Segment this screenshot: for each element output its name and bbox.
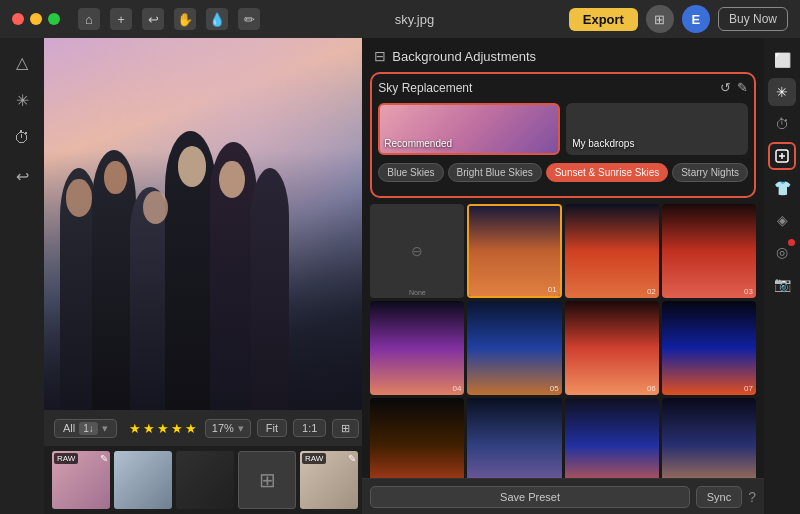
star-1: ★ xyxy=(129,421,141,436)
sky-section-actions: ↺ ✎ xyxy=(720,80,748,95)
sky-number-07: 07 xyxy=(744,384,753,393)
filmstrip-thumb-4[interactable]: ⊞ xyxy=(238,451,296,509)
sky-number-04: 04 xyxy=(453,384,462,393)
raw-badge-2: RAW xyxy=(302,453,326,464)
sky-section-title: Sky Replacement xyxy=(378,81,472,95)
sky-thumb-04[interactable]: 04 xyxy=(370,301,464,395)
edit-sky-button[interactable]: ✎ xyxy=(737,80,748,95)
sky-number-03: 03 xyxy=(744,287,753,296)
sky-thumb-06[interactable]: 06 xyxy=(565,301,659,395)
buy-now-button[interactable]: Buy Now xyxy=(718,7,788,31)
layers-icon[interactable]: △ xyxy=(6,46,38,78)
star-4: ★ xyxy=(171,421,183,436)
recommended-card[interactable]: Recommended xyxy=(378,103,560,155)
filmstrip-thumb-5[interactable]: RAW ✎ xyxy=(300,451,358,509)
far-right-sidebar: ⬜ ✳ ⏱ 👕 ◈ ◎ 📷 xyxy=(764,38,800,514)
reset-button[interactable]: ↺ xyxy=(720,80,731,95)
panel-title: Background Adjustments xyxy=(392,49,536,64)
masking-icon[interactable] xyxy=(768,142,796,170)
my-backdrops-label: My backdrops xyxy=(572,138,634,149)
star-rating[interactable]: ★ ★ ★ ★ ★ xyxy=(129,421,197,436)
sky-thumb-03[interactable]: 03 xyxy=(662,204,756,298)
filmstrip-thumb-2[interactable] xyxy=(114,451,172,509)
category-tabs: Blue Skies Bright Blue Skies Sunset & Su… xyxy=(378,163,748,182)
sky-thumb-11[interactable]: 11 xyxy=(662,398,756,478)
all-filter-button[interactable]: All 1↓ ▾ xyxy=(54,419,117,438)
add-icon[interactable]: + xyxy=(110,8,132,30)
sky-none[interactable]: ⊖ None xyxy=(370,204,464,298)
close-button[interactable] xyxy=(12,13,24,25)
one-to-one-button[interactable]: 1:1 xyxy=(293,419,326,437)
user-avatar[interactable]: E xyxy=(682,5,710,33)
none-icon: ⊖ xyxy=(411,243,423,259)
help-button[interactable]: ? xyxy=(748,489,756,505)
title-bar-left: ⌂ + ↩ ✋ 💧 ✏ xyxy=(12,8,260,30)
sky-thumb-05[interactable]: 05 xyxy=(467,301,561,395)
sky-replacement-section: Sky Replacement ↺ ✎ Recommended My backd… xyxy=(370,72,756,198)
sky-number-01: 01 xyxy=(548,285,557,294)
sky-thumb-08[interactable]: 08 xyxy=(370,398,464,478)
canvas-image xyxy=(44,38,362,410)
sky-thumb-07[interactable]: 07 xyxy=(662,301,756,395)
count-badge: 1↓ xyxy=(79,422,98,435)
sky-thumb-01[interactable]: 01 xyxy=(467,204,561,298)
recommended-label: Recommended xyxy=(384,138,452,149)
hand-tool-icon[interactable]: ✋ xyxy=(174,8,196,30)
red-dot-icon[interactable]: ◎ xyxy=(768,238,796,266)
export-button[interactable]: Export xyxy=(569,8,638,31)
canvas-area: All 1↓ ▾ ★ ★ ★ ★ ★ 17% ▾ Fit 1:1 ⊞ xyxy=(44,38,362,514)
zoom-select[interactable]: 17% ▾ xyxy=(205,419,251,438)
history-icon[interactable]: ⏱ xyxy=(6,122,38,154)
star-icon-panel[interactable]: ◈ xyxy=(768,206,796,234)
maximize-button[interactable] xyxy=(48,13,60,25)
title-bar: ⌂ + ↩ ✋ 💧 ✏ sky.jpg Export ⊞ E Buy Now xyxy=(0,0,800,38)
adjustments-panel-icon[interactable]: ✳ xyxy=(768,78,796,106)
sky-type-cards: Recommended My backdrops xyxy=(378,103,748,155)
camera-icon[interactable]: 📷 xyxy=(768,270,796,298)
cat-tab-sunset[interactable]: Sunset & Sunrise Skies xyxy=(546,163,669,182)
star-2: ★ xyxy=(143,421,155,436)
cat-tab-bright-blue[interactable]: Bright Blue Skies xyxy=(448,163,542,182)
panel-header-icon: ⊟ xyxy=(374,48,386,64)
layers-panel-icon[interactable]: ⬜ xyxy=(768,46,796,74)
zoom-controls: 17% ▾ Fit 1:1 ⊞ xyxy=(205,419,360,438)
toolbar-icons: ⌂ + ↩ ✋ 💧 ✏ xyxy=(78,8,260,30)
undo-icon[interactable]: ↩ xyxy=(142,8,164,30)
filmstrip: RAW ✎ ⊞ RAW ✎ xyxy=(44,446,362,514)
my-backdrops-card[interactable]: My backdrops xyxy=(566,103,748,155)
main-content: △ ✳ ⏱ ↩ xyxy=(0,38,800,514)
star-3: ★ xyxy=(157,421,169,436)
edit-badge-2: ✎ xyxy=(348,453,356,464)
brush-icon[interactable]: ✏ xyxy=(238,8,260,30)
view-toggle-button[interactable]: ⊞ xyxy=(646,5,674,33)
toolbar-bottom: All 1↓ ▾ ★ ★ ★ ★ ★ 17% ▾ Fit 1:1 ⊞ xyxy=(44,410,362,446)
panel-footer: Save Preset Sync ? xyxy=(362,478,764,514)
adjustments-icon[interactable]: ✳ xyxy=(6,84,38,116)
fit-button[interactable]: Fit xyxy=(257,419,287,437)
sky-number-02: 02 xyxy=(647,287,656,296)
minimize-button[interactable] xyxy=(30,13,42,25)
cat-tab-blue-skies[interactable]: Blue Skies xyxy=(378,163,443,182)
filmstrip-thumb-1[interactable]: RAW ✎ xyxy=(52,451,110,509)
shirt-icon[interactable]: 👕 xyxy=(768,174,796,202)
sky-thumb-02[interactable]: 02 xyxy=(565,204,659,298)
panel-scroll-container[interactable]: Sky Replacement ↺ ✎ Recommended My backd… xyxy=(362,72,764,478)
sky-thumb-10[interactable]: 10 xyxy=(565,398,659,478)
sky-number-06: 06 xyxy=(647,384,656,393)
home-icon[interactable]: ⌂ xyxy=(78,8,100,30)
back-icon[interactable]: ↩ xyxy=(6,160,38,192)
sky-thumb-09[interactable]: 09 xyxy=(467,398,561,478)
filmstrip-thumb-3[interactable] xyxy=(176,451,234,509)
panel-header: ⊟ Background Adjustments xyxy=(362,38,764,72)
right-wrapper: ⊟ Background Adjustments Sky Replacement… xyxy=(362,38,800,514)
raw-badge: RAW xyxy=(54,453,78,464)
save-preset-button[interactable]: Save Preset xyxy=(370,486,689,508)
edit-badge: ✎ xyxy=(100,453,108,464)
clock-icon[interactable]: ⏱ xyxy=(768,110,796,138)
fullscreen-button[interactable]: ⊞ xyxy=(332,419,359,438)
dropper-icon[interactable]: 💧 xyxy=(206,8,228,30)
sky-number-05: 05 xyxy=(550,384,559,393)
sync-button[interactable]: Sync xyxy=(696,486,742,508)
sky-grid: ⊖ None 01 02 0 xyxy=(370,204,756,478)
cat-tab-starry[interactable]: Starry Nights xyxy=(672,163,748,182)
